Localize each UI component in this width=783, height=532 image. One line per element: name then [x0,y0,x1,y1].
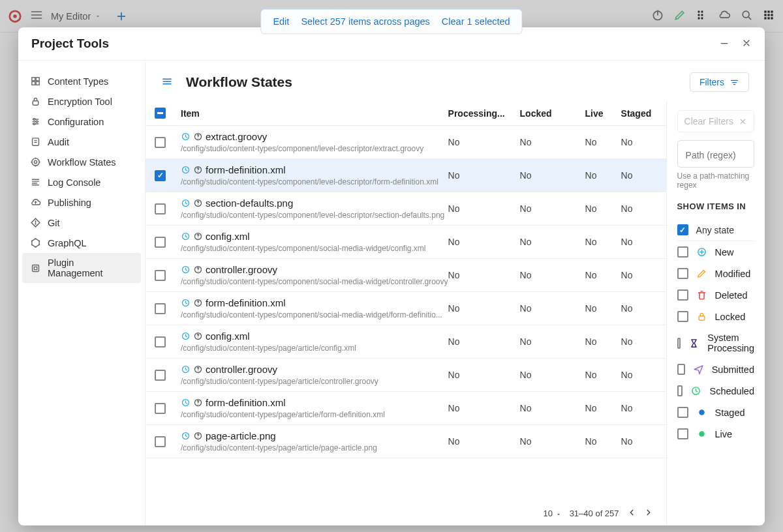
row-path: /config/studio/content-types/page/articl… [181,344,448,353]
row-processing: No [448,137,520,147]
state-checkbox[interactable] [677,338,681,349]
state-checkbox[interactable] [677,428,688,439]
clear-selection-action[interactable]: Clear 1 selected [442,16,510,27]
sidebar-item-configuration[interactable]: Configuration [18,111,145,132]
table-row[interactable]: controller.groovy/config/studio/content-… [146,359,666,392]
row-filename: form-definition.xml [206,397,286,408]
state-filter-item[interactable]: Live [677,423,754,445]
state-any-checkbox[interactable] [677,224,688,235]
panel-menu-icon[interactable] [161,76,173,89]
state-filter-item[interactable]: Staged [677,402,754,423]
col-item[interactable]: Item [177,108,448,119]
prev-page-icon[interactable] [627,508,636,519]
sidebar-item-encryption[interactable]: Encryption Tool [18,91,145,111]
svg-rect-38 [33,265,39,271]
svg-point-50 [198,237,198,238]
state-checkbox[interactable] [677,407,688,418]
state-icon [696,428,707,439]
row-checkbox[interactable] [155,237,166,248]
path-regex-input[interactable] [677,140,754,168]
col-locked[interactable]: Locked [520,108,585,119]
state-icon [690,385,701,396]
table-row[interactable]: form-definition.xml/config/studio/conten… [146,159,666,192]
sidebar-item-label: Git [48,218,60,228]
select-all-action[interactable]: Select 257 items across pages [301,16,429,27]
state-label: Deleted [715,290,748,301]
state-filter-item[interactable]: Scheduled [677,380,754,402]
col-live[interactable]: Live [585,108,621,119]
row-filename: page-article.png [206,430,276,441]
row-checkbox[interactable] [155,203,166,214]
row-processing: No [448,303,520,314]
clear-filters-button[interactable]: Clear Filters [677,110,754,132]
row-locked: No [520,403,585,413]
row-live: No [585,203,621,214]
row-filename: config.xml [206,231,250,242]
filters-button[interactable]: Filters [690,72,749,92]
row-checkbox[interactable] [155,170,166,181]
sidebar-item-plugin-management[interactable]: Plugin Management [22,253,141,283]
row-path: /config/studio/content-types/page/articl… [181,443,448,452]
table-row[interactable]: controller.groovy/config/studio/content-… [146,259,666,292]
state-checkbox[interactable] [677,268,688,279]
state-checkbox[interactable] [677,246,688,258]
row-path: /config/studio/content-types/component/l… [181,177,448,186]
row-staged: No [621,170,657,181]
sidebar-item-audit[interactable]: Audit [18,132,145,152]
state-any[interactable]: Any state [677,219,754,241]
state-filter-item[interactable]: Submitted [677,359,754,380]
page-size[interactable]: 10 [544,509,562,518]
row-checkbox[interactable] [155,137,166,148]
state-checkbox[interactable] [677,311,688,322]
sidebar-item-content-types[interactable]: Content Types [18,71,145,91]
edit-action[interactable]: Edit [273,16,289,27]
table-row[interactable]: form-definition.xml/config/studio/conten… [146,392,666,425]
state-filter-item[interactable]: Modified [677,263,754,284]
state-icon [688,338,699,349]
sidebar-item-workflow-states[interactable]: Workflow States [18,152,145,172]
sidebar-item-label: Audit [48,137,69,147]
state-checkbox[interactable] [677,364,685,375]
page-range: 31–40 of 257 [570,509,619,518]
row-live: No [585,237,621,247]
row-checkbox[interactable] [155,270,166,281]
row-live: No [585,370,621,380]
sidebar-item-publishing[interactable]: Publishing [18,192,145,213]
sidebar-item-graphql[interactable]: GraphQL [18,233,145,253]
table-header: Item Processing... Locked Live Staged [146,101,666,126]
workflow-table: Item Processing... Locked Live Staged ex… [146,101,667,525]
col-staged[interactable]: Staged [621,108,657,119]
row-path: /config/studio/content-types/component/s… [181,277,448,286]
state-filter-item[interactable]: Deleted [677,284,754,306]
state-filter-item[interactable]: Locked [677,306,754,327]
sidebar-item-log-console[interactable]: Log Console [18,172,145,192]
minimize-icon[interactable] [719,38,729,50]
sidebar-item-label: Configuration [48,117,104,127]
state-filter-item[interactable]: New [677,241,754,263]
state-checkbox[interactable] [677,289,688,301]
row-checkbox[interactable] [155,336,166,347]
close-icon[interactable] [741,38,752,50]
sidebar-item-label: Log Console [48,177,100,188]
row-checkbox[interactable] [155,303,166,314]
table-row[interactable]: config.xml/config/studio/content-types/p… [146,325,666,359]
table-row[interactable]: section-defaults.png/config/studio/conte… [146,192,666,226]
row-checkbox[interactable] [155,403,166,414]
col-processing[interactable]: Processing... [448,108,520,119]
state-checkbox[interactable] [677,385,683,396]
row-processing: No [448,370,520,380]
next-page-icon[interactable] [644,508,653,519]
row-checkbox[interactable] [155,370,166,381]
select-all-checkbox[interactable] [155,108,166,119]
row-checkbox[interactable] [155,436,166,447]
sidebar-item-git[interactable]: Git [18,213,145,233]
modal-title: Project Tools [31,37,109,51]
table-pager: 10 31–40 of 257 [146,501,666,525]
table-row[interactable]: page-article.png/config/studio/content-t… [146,425,666,458]
row-processing: No [448,170,520,181]
table-row[interactable]: config.xml/config/studio/content-types/c… [146,226,666,259]
row-processing: No [448,403,520,413]
table-row[interactable]: form-definition.xml/config/studio/conten… [146,292,666,325]
table-row[interactable]: extract.groovy/config/studio/content-typ… [146,126,666,159]
state-filter-item[interactable]: System Processing [677,327,754,359]
